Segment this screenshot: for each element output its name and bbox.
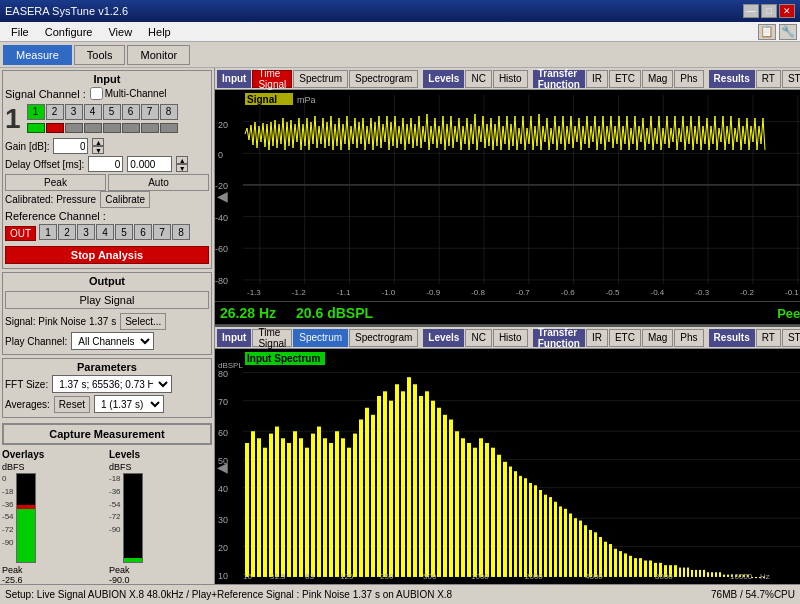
multi-channel-checkbox[interactable] — [90, 87, 103, 100]
phs-button-bottom[interactable]: Phs — [674, 329, 703, 347]
stop-analysis-button[interactable]: Stop Analysis — [5, 246, 209, 264]
ref-ch-btn-8[interactable]: 8 — [172, 224, 190, 240]
svg-rect-105 — [503, 462, 507, 577]
ch-btn-1[interactable]: 1 — [27, 104, 45, 120]
ref-ch-btn-6[interactable]: 6 — [134, 224, 152, 240]
delay-decimal-input[interactable] — [127, 156, 172, 172]
svg-rect-117 — [564, 509, 567, 577]
svg-rect-88 — [401, 391, 405, 577]
out-button[interactable]: OUT — [5, 226, 36, 241]
ref-ch-btn-3[interactable]: 3 — [77, 224, 95, 240]
top-chart-container: Input Time Signal Spectrum Spectrogram L… — [215, 68, 800, 327]
spectrogram-button-top[interactable]: Spectrogram — [349, 70, 418, 88]
ir-button-top[interactable]: IR — [586, 70, 608, 88]
svg-rect-133 — [644, 561, 647, 577]
svg-text:0: 0 — [218, 150, 223, 160]
svg-text:-1.2: -1.2 — [292, 288, 306, 297]
reset-button[interactable]: Reset — [54, 396, 90, 413]
spectrum-button-bottom[interactable]: Spectrum — [293, 329, 348, 347]
ref-ch-btn-7[interactable]: 7 — [153, 224, 171, 240]
etc-button-bottom[interactable]: ETC — [609, 329, 641, 347]
menu-file[interactable]: File — [3, 24, 37, 40]
nc-button-top[interactable]: NC — [465, 70, 491, 88]
svg-rect-94 — [437, 408, 441, 577]
gain-input[interactable] — [53, 138, 88, 154]
ch-btn-4[interactable]: 4 — [84, 104, 102, 120]
averages-select[interactable]: 1 (1.37 s) — [94, 395, 164, 413]
sti-button-top[interactable]: STI — [782, 70, 800, 88]
rt-button-top[interactable]: RT — [756, 70, 781, 88]
sti-button-bottom[interactable]: STI — [782, 329, 800, 347]
svg-rect-123 — [594, 532, 597, 577]
histo-button-top[interactable]: Histo — [493, 70, 528, 88]
tab-tools[interactable]: Tools — [74, 45, 126, 65]
peak-rms-1: Peak -25.6 RMS -37.1 — [2, 565, 105, 584]
parameters-title: Parameters — [5, 361, 209, 373]
svg-rect-125 — [604, 542, 607, 577]
svg-rect-109 — [524, 478, 527, 577]
delay-input[interactable] — [88, 156, 123, 172]
rt-button-bottom[interactable]: RT — [756, 329, 781, 347]
ref-ch-btn-1[interactable]: 1 — [39, 224, 57, 240]
spl-display: 20.6 dBSPL — [296, 305, 373, 321]
scroll-left-icon-bottom[interactable]: ◀ — [217, 459, 228, 475]
ir-button-bottom[interactable]: IR — [586, 329, 608, 347]
spectrogram-button-bottom[interactable]: Spectrogram — [349, 329, 418, 347]
toolbar-icon2[interactable]: 🔧 — [779, 24, 797, 40]
menu-help[interactable]: Help — [140, 24, 179, 40]
ch-btn-3[interactable]: 3 — [65, 104, 83, 120]
ch-btn-7[interactable]: 7 — [141, 104, 159, 120]
ref-ch-btn-5[interactable]: 5 — [115, 224, 133, 240]
svg-rect-99 — [467, 443, 471, 577]
minimize-button[interactable]: — — [743, 4, 759, 18]
setup-text: Setup: Live Signal AUBION X.8 48.0kHz / … — [5, 589, 452, 600]
capture-measurement-button[interactable]: Capture Measurement — [2, 423, 212, 445]
ch-color-1 — [27, 123, 45, 133]
mag-button-top[interactable]: Mag — [642, 70, 673, 88]
svg-rect-64 — [257, 438, 261, 577]
output-section: Output Play Signal Signal: Pink Noise 1.… — [2, 272, 212, 355]
gain-up-btn[interactable]: ▲ — [92, 138, 104, 146]
svg-rect-89 — [407, 377, 411, 577]
mag-button-bottom[interactable]: Mag — [642, 329, 673, 347]
tab-measure[interactable]: Measure — [3, 45, 72, 65]
calibrate-button[interactable]: Calibrate — [100, 191, 150, 208]
delay-down-btn[interactable]: ▼ — [176, 164, 188, 172]
ch-btn-2[interactable]: 2 — [46, 104, 64, 120]
fft-size-select[interactable]: 1.37 s; 65536; 0.73 Hz — [52, 375, 172, 393]
toolbar-icon1[interactable]: 📋 — [758, 24, 776, 40]
menu-view[interactable]: View — [100, 24, 140, 40]
svg-text:31.5: 31.5 — [270, 572, 286, 581]
meter-1-peak — [17, 505, 35, 509]
ref-ch-btn-2[interactable]: 2 — [58, 224, 76, 240]
phs-button-top[interactable]: Phs — [674, 70, 703, 88]
etc-button-top[interactable]: ETC — [609, 70, 641, 88]
ch-btn-8[interactable]: 8 — [160, 104, 178, 120]
histo-button-bottom[interactable]: Histo — [493, 329, 528, 347]
ch-btn-6[interactable]: 6 — [122, 104, 140, 120]
svg-text:-0.3: -0.3 — [695, 288, 709, 297]
scroll-left-icon[interactable]: ◀ — [217, 188, 228, 204]
time-signal-button-bottom[interactable]: Time Signal — [252, 329, 292, 347]
play-channel-select[interactable]: All Channels — [71, 332, 154, 350]
play-signal-button[interactable]: Play Signal — [5, 291, 209, 309]
tab-monitor[interactable]: Monitor — [127, 45, 190, 65]
svg-rect-152 — [727, 575, 729, 577]
ch-btn-5[interactable]: 5 — [103, 104, 121, 120]
svg-rect-80 — [353, 434, 357, 577]
spectrum-button-top[interactable]: Spectrum — [293, 70, 348, 88]
auto-button[interactable]: Auto — [108, 174, 209, 191]
peak-button[interactable]: Peak — [5, 174, 106, 191]
nc-button-bottom[interactable]: NC — [465, 329, 491, 347]
select-button[interactable]: Select... — [120, 313, 166, 330]
svg-rect-87 — [395, 384, 399, 577]
menu-configure[interactable]: Configure — [37, 24, 101, 40]
maximize-button[interactable]: □ — [761, 4, 777, 18]
svg-rect-93 — [431, 401, 435, 577]
time-signal-button[interactable]: Time Signal — [252, 70, 292, 88]
close-button[interactable]: ✕ — [779, 4, 795, 18]
meter-1-bar — [17, 509, 35, 562]
gain-down-btn[interactable]: ▼ — [92, 146, 104, 154]
ref-ch-btn-4[interactable]: 4 — [96, 224, 114, 240]
delay-up-btn[interactable]: ▲ — [176, 156, 188, 164]
